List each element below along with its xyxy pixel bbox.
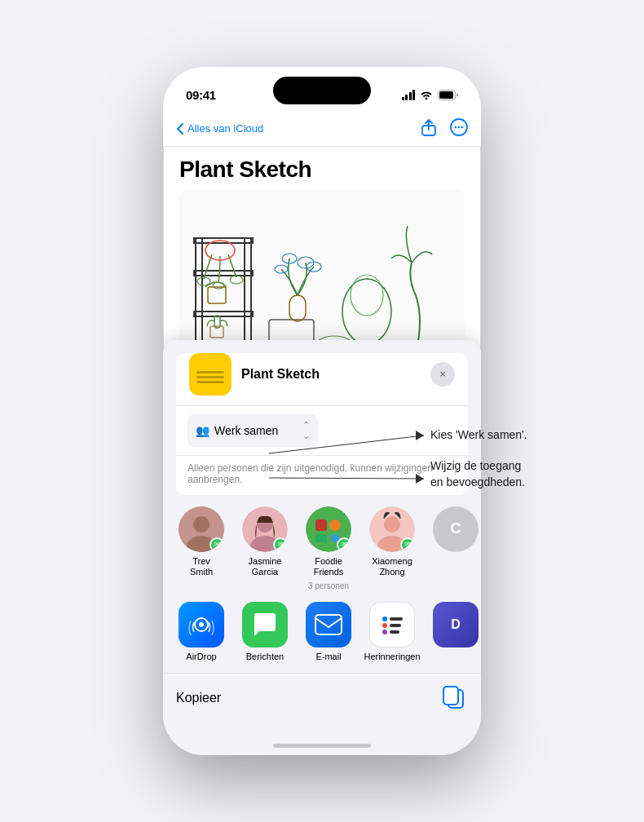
document-title: Plant Sketch — [163, 147, 481, 189]
back-label: Alles van iCloud — [187, 122, 263, 135]
contact-avatar-jasmine: ✉ — [242, 506, 288, 552]
contact-avatar-partial: C — [433, 506, 479, 552]
share-button[interactable] — [421, 118, 437, 139]
svg-rect-1 — [439, 91, 453, 99]
wifi-icon — [420, 90, 433, 99]
home-indicator — [163, 736, 481, 755]
svg-rect-50 — [315, 615, 342, 634]
collaborate-select-inner: 👥 Werk samen — [196, 424, 278, 437]
copy-icon[interactable] — [439, 683, 468, 713]
share-doc-name: Plant Sketch — [241, 367, 421, 382]
partial-app-icon: D — [433, 602, 479, 647]
collaborate-chevron: ⌃⌄ — [302, 420, 310, 441]
mail-label: E-mail — [315, 652, 341, 661]
nav-bar: Alles van iCloud — [163, 111, 481, 147]
share-doc-name-block: Plant Sketch — [241, 367, 421, 382]
share-sheet-header: Plant Sketch × — [176, 353, 468, 405]
svg-point-51 — [382, 616, 387, 621]
svg-point-4 — [455, 126, 457, 128]
status-bar: 09:41 — [163, 67, 481, 111]
svg-rect-56 — [390, 630, 399, 634]
collaborate-icon: 👥 — [196, 424, 210, 437]
svg-rect-54 — [390, 617, 403, 621]
app-item-airdrop[interactable]: AirDrop — [176, 602, 227, 661]
message-badge: ✉ — [400, 537, 415, 552]
svg-point-49 — [199, 622, 204, 627]
phone-frame: 09:41 Alles van iCloud — [163, 67, 481, 755]
nav-actions — [421, 118, 468, 139]
notes-app-icon — [189, 353, 232, 396]
contact-name: Foodie Friends — [303, 556, 354, 577]
svg-rect-41 — [315, 519, 327, 531]
more-button[interactable] — [450, 118, 468, 139]
contact-name: JasmineGarcia — [249, 556, 282, 577]
airdrop-icon — [179, 602, 224, 647]
contact-name: TrevSmith — [190, 556, 213, 577]
app-item-partial[interactable]: D — [430, 602, 481, 661]
contact-avatar-foodie: ✉ — [306, 506, 351, 552]
reminders-icon — [369, 602, 415, 647]
app-item-reminders[interactable]: Herinneringen — [367, 602, 417, 661]
status-icons — [402, 90, 459, 100]
contact-avatar-xiaomeng: ✉ — [369, 506, 415, 552]
apps-row: AirDrop Berichten E-mai — [163, 602, 481, 673]
svg-point-53 — [382, 630, 387, 634]
share-close-button[interactable]: × — [430, 362, 455, 387]
collaborate-select[interactable]: 👥 Werk samen ⌃⌄ — [187, 414, 318, 447]
dynamic-island — [273, 77, 371, 104]
collaborate-row: 👥 Werk samen ⌃⌄ — [176, 405, 468, 455]
messages-label: Berichten — [246, 652, 284, 661]
messages-icon — [242, 602, 288, 647]
contacts-row: ✉ TrevSmith — [163, 495, 481, 602]
back-button[interactable]: Alles van iCloud — [176, 122, 263, 135]
contact-item[interactable]: ✉ JasmineGarcia — [240, 506, 290, 590]
battery-icon — [438, 90, 458, 100]
contact-item[interactable]: ✉ Foodie Friends 3 personen — [303, 506, 354, 590]
airdrop-label: AirDrop — [186, 652, 216, 661]
app-item-messages[interactable]: Berichten — [240, 602, 290, 661]
svg-point-6 — [461, 126, 464, 128]
contact-sub: 3 personen — [308, 581, 349, 590]
svg-point-52 — [382, 623, 387, 628]
app-item-mail[interactable]: E-mail — [303, 602, 354, 661]
home-bar — [273, 744, 371, 748]
contact-item[interactable]: ✉ XiaomengZhong — [367, 506, 417, 590]
permissions-text: Alleen personen die zijn uitgenodigd, ku… — [187, 462, 457, 485]
svg-point-46 — [384, 516, 400, 533]
copy-button[interactable]: Kopieer — [176, 691, 221, 705]
svg-point-36 — [193, 516, 210, 533]
svg-rect-43 — [315, 534, 327, 542]
permissions-row[interactable]: Alleen personen die zijn uitgenodigd, ku… — [176, 455, 468, 495]
svg-rect-58 — [443, 687, 458, 705]
contact-name: XiaomengZhong — [372, 556, 412, 577]
mail-icon — [306, 602, 351, 647]
message-badge: ✉ — [210, 537, 224, 552]
svg-rect-55 — [390, 624, 401, 627]
contact-avatar-trev: ✉ — [179, 506, 224, 552]
permissions-chevron: › — [454, 469, 457, 478]
status-time: 09:41 — [186, 88, 216, 102]
message-badge: ✉ — [273, 537, 288, 552]
bottom-bar: Kopieer — [163, 673, 481, 736]
share-sheet: Plant Sketch × 👥 Werk samen ⌃⌄ Alleen pe… — [163, 340, 481, 755]
contact-item[interactable]: ✉ TrevSmith — [176, 506, 227, 590]
contact-item-partial[interactable]: C — [430, 506, 481, 590]
reminders-label: Herinneringen — [364, 652, 420, 661]
signal-icon — [402, 90, 416, 100]
message-badge: ✉ — [337, 537, 351, 552]
svg-point-5 — [458, 126, 461, 128]
svg-point-42 — [329, 519, 341, 531]
collaborate-label: Werk samen — [214, 424, 278, 437]
